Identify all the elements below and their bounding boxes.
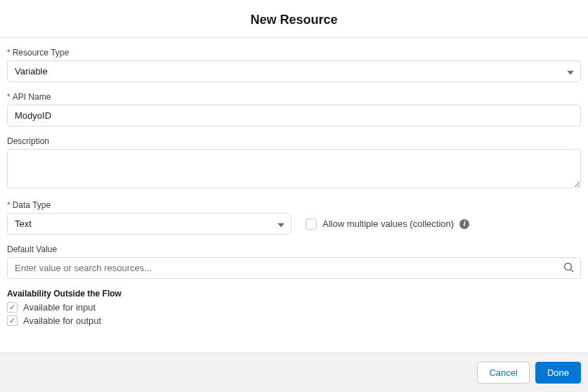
data-type-label: Data Type [7,200,581,210]
data-type-select[interactable]: Text [7,213,292,235]
description-textarea[interactable] [7,149,581,188]
description-group: Description [7,136,581,190]
default-value-label: Default Value [7,244,581,254]
svg-line-1 [571,269,574,272]
default-value-input[interactable] [7,257,581,279]
data-type-row: Text Allow multiple values (collection) … [7,213,581,235]
dialog-title: New Resource [0,13,588,27]
api-name-group: API Name [7,92,581,126]
resource-type-label: Resource Type [7,48,581,58]
svg-point-0 [565,263,572,270]
done-button[interactable]: Done [535,362,581,384]
cancel-button[interactable]: Cancel [477,362,529,384]
api-name-input[interactable] [7,105,581,126]
available-for-input-row: ✓ Available for input [7,302,581,313]
available-for-output-row: ✓ Available for output [7,315,581,326]
resource-type-group: Resource Type Variable [7,48,581,82]
available-for-input-label: Available for input [23,302,96,313]
resource-type-select-wrap: Variable [7,60,581,82]
allow-multiple-label: Allow multiple values (collection) [322,218,454,229]
availability-title: Availability Outside the Flow [7,289,581,299]
allow-multiple-checkbox[interactable] [306,218,317,230]
default-value-group: Default Value [7,244,581,279]
dialog-header: New Resource [0,0,588,38]
info-icon[interactable]: i [459,219,469,229]
available-for-input-checkbox[interactable]: ✓ [7,302,18,313]
dialog-body: Resource Type Variable API Name Descript… [0,38,588,353]
available-for-output-label: Available for output [23,315,101,326]
data-type-select-wrap: Text [7,213,292,235]
resource-type-select[interactable]: Variable [7,60,581,82]
availability-section: Availability Outside the Flow ✓ Availabl… [7,289,581,326]
api-name-label: API Name [7,92,581,102]
allow-multiple-row: Allow multiple values (collection) i [306,218,469,230]
data-type-group: Data Type Text Allow multiple values (co… [7,200,581,235]
available-for-output-checkbox[interactable]: ✓ [7,315,18,326]
default-value-wrap [7,257,581,279]
description-label: Description [7,136,581,146]
dialog-footer: Cancel Done [0,353,588,392]
search-icon [563,262,574,275]
